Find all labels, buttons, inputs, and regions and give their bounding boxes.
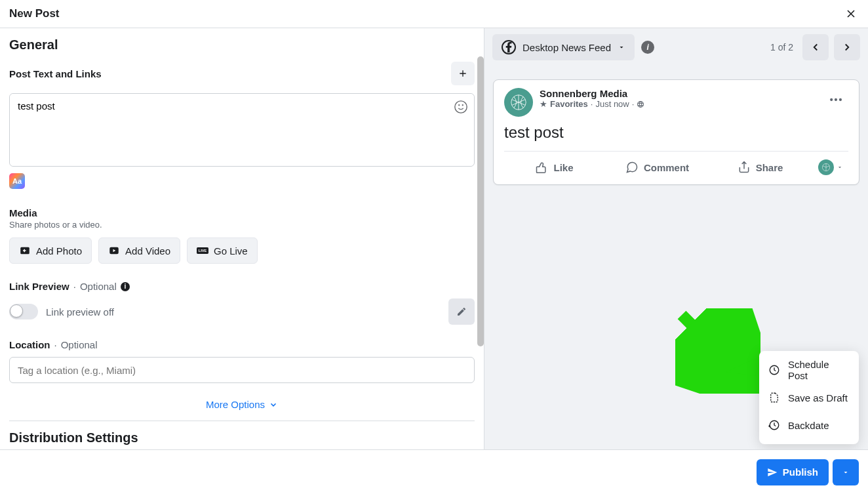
composer-panel: General Post Text and Links test post Aa… xyxy=(0,28,484,449)
comment-button[interactable]: Comment xyxy=(607,154,707,180)
preview-next-button[interactable] xyxy=(834,34,860,60)
emoji-button[interactable] xyxy=(453,99,469,115)
scrollbar[interactable] xyxy=(477,56,484,346)
backdate-label: Backdate xyxy=(788,420,829,431)
link-preview-status: Link preview off xyxy=(46,306,114,318)
star-icon: ★ xyxy=(540,99,547,109)
share-label: Share xyxy=(756,162,783,173)
like-button[interactable]: Like xyxy=(504,154,604,180)
dialog-header: New Post xyxy=(0,0,868,28)
dialog-footer: Publish xyxy=(0,449,868,494)
close-button[interactable] xyxy=(843,6,859,22)
post-text-label: Post Text and Links xyxy=(9,68,102,79)
share-button[interactable]: Share xyxy=(710,154,810,180)
photo-icon xyxy=(19,245,31,257)
feed-selector[interactable]: Desktop News Feed xyxy=(492,34,635,60)
publish-dropdown-menu: Schedule Post Save as Draft Backdate xyxy=(759,351,859,444)
post-menu-button[interactable]: ••• xyxy=(825,88,848,112)
post-text-input[interactable]: test post xyxy=(10,94,474,166)
svg-point-2 xyxy=(462,105,463,106)
smiley-icon xyxy=(454,100,468,114)
toggle-knob xyxy=(10,304,23,318)
svg-point-1 xyxy=(459,105,460,106)
save-draft-option[interactable]: Save as Draft xyxy=(759,384,859,411)
feed-label: Desktop News Feed xyxy=(523,42,611,53)
page-name[interactable]: Sonnenberg Media xyxy=(540,88,818,99)
preview-info-button[interactable]: i xyxy=(641,41,654,54)
media-heading: Media xyxy=(9,207,475,218)
preview-toolbar: Desktop News Feed i 1 of 2 xyxy=(484,28,868,66)
post-text-container: test post xyxy=(9,93,475,167)
link-preview-info-icon[interactable]: i xyxy=(121,282,130,291)
share-icon xyxy=(738,161,751,174)
edit-link-preview-button[interactable] xyxy=(448,298,475,325)
link-preview-label: Link Preview xyxy=(9,281,69,292)
send-icon xyxy=(767,467,778,478)
publish-label: Publish xyxy=(783,466,818,478)
link-preview-toggle[interactable] xyxy=(9,304,38,319)
thumbs-up-icon xyxy=(535,161,548,174)
add-video-label: Add Video xyxy=(125,245,170,257)
close-icon xyxy=(844,7,858,20)
comment-icon xyxy=(625,161,639,174)
plus-icon xyxy=(458,68,468,79)
draft-icon xyxy=(768,392,780,403)
reaction-avatar-icon xyxy=(818,159,834,175)
draft-label: Save as Draft xyxy=(788,392,848,403)
svg-point-0 xyxy=(455,101,467,113)
go-live-label: Go Live xyxy=(214,245,248,257)
dialog-title: New Post xyxy=(9,7,60,20)
caret-down-icon xyxy=(618,43,625,51)
general-heading: General xyxy=(9,37,475,52)
add-photo-button[interactable]: Add Photo xyxy=(9,237,92,264)
comment-label: Comment xyxy=(644,162,689,173)
clock-icon xyxy=(768,364,780,376)
add-photo-label: Add Photo xyxy=(36,245,82,257)
chevron-right-icon xyxy=(841,41,853,53)
chevron-down-icon xyxy=(269,400,278,409)
svg-rect-5 xyxy=(23,250,26,251)
location-label: Location xyxy=(9,339,50,350)
schedule-label: Schedule Post xyxy=(788,359,850,381)
page-avatar xyxy=(504,88,533,117)
location-optional: Optional xyxy=(61,339,98,350)
preview-pager: 1 of 2 xyxy=(770,42,793,52)
background-color-button[interactable]: Aa xyxy=(9,173,25,189)
globe-icon xyxy=(637,100,644,108)
caret-down-icon xyxy=(842,468,850,476)
publish-button[interactable]: Publish xyxy=(757,459,829,485)
favorites-label: Favorites xyxy=(550,99,588,109)
preview-post-text: test post xyxy=(504,123,848,142)
like-label: Like xyxy=(553,162,573,173)
post-time: Just now xyxy=(595,99,629,109)
backdate-icon xyxy=(768,419,780,431)
location-input[interactable] xyxy=(9,357,475,383)
add-text-button[interactable] xyxy=(451,62,475,85)
go-live-button[interactable]: LIVE Go Live xyxy=(187,237,258,264)
chevron-left-icon xyxy=(810,41,821,53)
svg-text:LIVE: LIVE xyxy=(199,249,207,253)
divider xyxy=(9,421,475,421)
distribution-heading: Distribution Settings xyxy=(9,430,475,445)
facebook-icon xyxy=(502,40,516,54)
reaction-selector[interactable] xyxy=(813,159,848,175)
post-preview-card: Sonnenberg Media ★ Favorites · Just now … xyxy=(493,79,859,185)
publish-split-button[interactable] xyxy=(833,459,859,485)
more-options-label: More Options xyxy=(206,399,265,410)
preview-prev-button[interactable] xyxy=(802,34,829,60)
caret-down-icon xyxy=(837,164,843,171)
video-icon xyxy=(108,245,120,257)
live-icon: LIVE xyxy=(197,247,208,255)
backdate-option[interactable]: Backdate xyxy=(759,411,859,439)
add-video-button[interactable]: Add Video xyxy=(98,237,180,264)
pencil-icon xyxy=(456,306,467,317)
link-preview-optional: Optional xyxy=(80,281,117,292)
schedule-post-option[interactable]: Schedule Post xyxy=(759,356,859,384)
media-subtext: Share photos or a video. xyxy=(9,220,475,230)
more-options-button[interactable]: More Options xyxy=(9,394,475,421)
